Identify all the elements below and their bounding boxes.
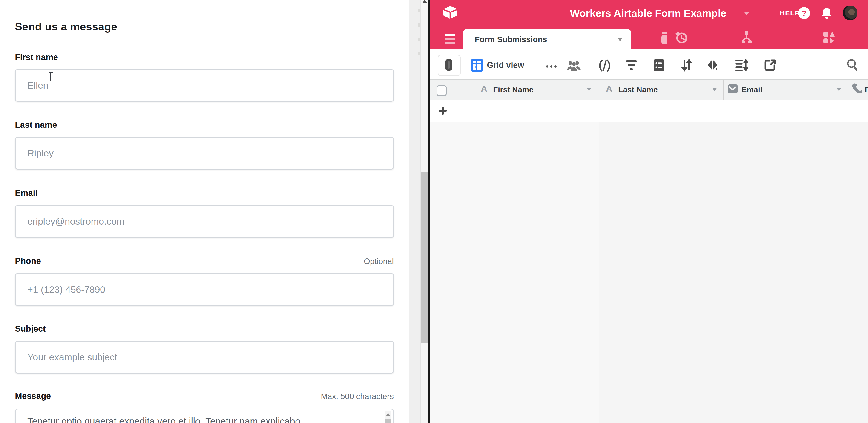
filter-icon[interactable] bbox=[626, 60, 637, 70]
view-name[interactable]: Grid view bbox=[487, 60, 524, 70]
text-cursor bbox=[48, 72, 53, 82]
hide-fields-icon[interactable] bbox=[598, 59, 611, 72]
scroll-up-arrow[interactable] bbox=[423, 0, 427, 3]
phone-field-icon bbox=[851, 83, 863, 95]
search-icon[interactable] bbox=[846, 58, 858, 72]
automations-icon[interactable] bbox=[741, 30, 752, 45]
message-scrollbar[interactable] bbox=[384, 411, 392, 423]
add-row[interactable] bbox=[430, 100, 868, 122]
phone-input[interactable] bbox=[15, 273, 394, 306]
message-textarea[interactable]: Tenetur optio quaerat expedita vero et i… bbox=[15, 409, 394, 423]
column-header-row: A First Name A Last Name Email Phone bbox=[430, 80, 868, 100]
sidebar-toggle-icon bbox=[445, 59, 452, 71]
last-name-input[interactable] bbox=[15, 137, 394, 170]
email-label: Email bbox=[15, 188, 38, 198]
column-divider[interactable] bbox=[599, 80, 599, 101]
column-divider[interactable] bbox=[847, 80, 848, 101]
email-input[interactable] bbox=[15, 205, 394, 238]
airtable-panel: Workers Airtable Form Example HELP ? For… bbox=[430, 0, 868, 423]
first-name-label: First name bbox=[15, 53, 58, 62]
text-field-icon: A bbox=[606, 84, 613, 94]
active-table-name: Form Submissions bbox=[475, 29, 547, 50]
base-title[interactable]: Workers Airtable Form Example bbox=[545, 7, 752, 19]
text-field-icon: A bbox=[481, 84, 487, 94]
collaborators-icon[interactable] bbox=[566, 59, 582, 72]
group-icon[interactable] bbox=[653, 58, 665, 72]
help-icon[interactable]: ? bbox=[798, 7, 810, 19]
toolbar-divider bbox=[587, 57, 587, 72]
row-height-icon[interactable] bbox=[735, 58, 748, 72]
base-title-caret-icon[interactable] bbox=[744, 11, 750, 16]
color-icon[interactable] bbox=[707, 58, 719, 72]
grid-view-icon bbox=[471, 59, 483, 72]
scroll-up-arrow[interactable] bbox=[386, 413, 390, 416]
page-scrollbar[interactable] bbox=[421, 0, 429, 423]
select-all-checkbox[interactable] bbox=[437, 85, 447, 96]
apps-icon[interactable] bbox=[823, 31, 835, 44]
column-header-phone[interactable]: Phone bbox=[865, 85, 868, 94]
chevron-down-icon[interactable] bbox=[712, 88, 717, 91]
airtable-table-bar: Form Submissions SHARE AUTOMATIONS bbox=[430, 27, 868, 50]
bell-icon[interactable] bbox=[820, 7, 833, 20]
trash-icon[interactable] bbox=[658, 31, 671, 45]
chevron-down-icon[interactable] bbox=[836, 88, 841, 91]
table-caret-icon[interactable] bbox=[617, 37, 623, 41]
airtable-top-bar: Workers Airtable Form Example HELP ? bbox=[430, 0, 868, 27]
email-field-icon bbox=[727, 83, 738, 94]
toggle-sidebar-button[interactable] bbox=[438, 55, 461, 76]
chevron-down-icon[interactable] bbox=[587, 88, 592, 91]
message-scrollbar-thumb[interactable] bbox=[385, 419, 391, 423]
form-title: Send us a message bbox=[15, 20, 117, 33]
page-scrollbar-thumb[interactable] bbox=[421, 172, 428, 343]
column-divider[interactable] bbox=[723, 80, 724, 101]
history-icon[interactable] bbox=[675, 31, 688, 45]
plus-icon bbox=[439, 107, 447, 115]
screenshot-stage: Send us a message First name Last name E… bbox=[0, 0, 868, 423]
message-max-note: Max. 500 characters bbox=[15, 392, 394, 401]
help-button[interactable]: HELP bbox=[780, 9, 800, 17]
column-header-first-name[interactable]: First Name bbox=[493, 85, 534, 94]
last-name-label: Last name bbox=[15, 120, 57, 130]
share-view-icon[interactable] bbox=[764, 59, 776, 71]
avatar[interactable] bbox=[843, 5, 858, 20]
phone-optional-note: Optional bbox=[15, 256, 394, 266]
column-divider[interactable] bbox=[599, 122, 599, 423]
tab-form-submissions[interactable]: Form Submissions bbox=[463, 29, 631, 50]
subject-input[interactable] bbox=[15, 341, 394, 373]
sort-icon[interactable] bbox=[681, 58, 692, 72]
contact-form-pane: Send us a message First name Last name E… bbox=[0, 0, 409, 423]
frozen-column-area bbox=[430, 122, 599, 423]
first-name-input[interactable] bbox=[15, 69, 394, 102]
column-header-last-name[interactable]: Last Name bbox=[618, 85, 658, 94]
airtable-logo-icon[interactable] bbox=[442, 5, 458, 22]
message-text: Tenetur optio quaerat expedita vero et i… bbox=[27, 416, 372, 423]
column-header-email[interactable]: Email bbox=[742, 85, 763, 94]
more-icon[interactable] bbox=[546, 64, 558, 68]
pane-gap bbox=[409, 0, 421, 423]
grid-body bbox=[430, 122, 868, 423]
subject-label: Subject bbox=[15, 324, 46, 334]
